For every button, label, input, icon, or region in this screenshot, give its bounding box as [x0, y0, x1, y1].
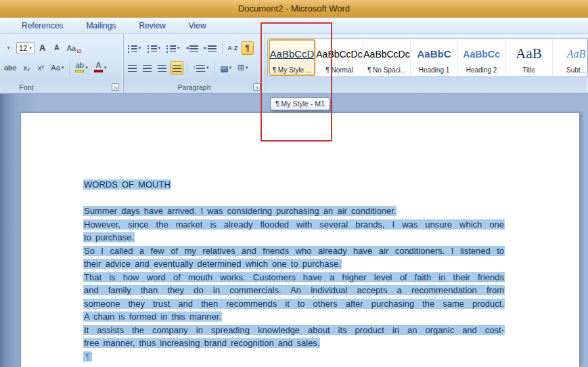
font-size-value: 12	[19, 44, 27, 52]
text-line[interactable]: So I called a few of my relatives and fr…	[83, 244, 505, 258]
style-item-heading2[interactable]: AaBbCc Heading 2	[458, 39, 505, 76]
strikethrough-button[interactable]: abe	[2, 61, 18, 74]
text-line[interactable]: to purchase.	[83, 231, 505, 244]
styles-gallery: AaBbCcD ¶ My Style ... AaBbCcDc ¶ Normal…	[267, 38, 588, 77]
title-bar[interactable]: Document2 - Microsoft Word	[0, 0, 588, 18]
separator	[69, 62, 70, 74]
increase-indent-button[interactable]: ▸	[202, 41, 219, 55]
paragraph-mark-icon[interactable]: ¶	[83, 351, 92, 362]
style-preview: AaBbCcD	[270, 41, 315, 66]
paragraph-group-label: Paragraph	[124, 83, 265, 91]
style-item-my-style[interactable]: AaBbCcD ¶ My Style ...	[269, 39, 316, 76]
superscript-button[interactable]: x²	[35, 61, 47, 74]
document-text[interactable]: WORDS OF MOUTH Summer days have arrived.…	[83, 178, 505, 363]
borders-button[interactable]: ⊞▾	[235, 61, 250, 74]
tooltip-text: ¶ My Style - M1	[275, 100, 325, 108]
indent-lines-icon	[189, 45, 198, 53]
shading-bucket-icon	[221, 66, 228, 72]
style-name: ¶ My Style ...	[273, 66, 312, 74]
text-line[interactable]: That is how word of mouth works. Custome…	[83, 271, 505, 284]
selected-text[interactable]: So I called a few of my relatives and fr…	[83, 246, 505, 256]
change-case-button[interactable]: Aa▾	[49, 61, 66, 74]
selected-text[interactable]: However, since the market is already flo…	[83, 219, 505, 230]
selected-text[interactable]: their advice and eventually determined w…	[83, 259, 342, 269]
paragraph-group: ▾ ▾ ▾ ◂ ▸ A↓Z ¶ ↕▾ ▾ ⊞▾ Paragraph	[124, 34, 265, 93]
selected-text[interactable]: free manner, thus increasing brand recog…	[83, 338, 320, 348]
align-center-button[interactable]	[141, 61, 154, 74]
bullet-list-icon	[128, 45, 137, 53]
superscript-icon: x²	[38, 63, 44, 72]
text-line[interactable]: Summer days have arrived. I was consider…	[83, 204, 505, 218]
font-color-button[interactable]: A ▾	[92, 61, 109, 74]
show-formatting-marks-button[interactable]: ¶	[242, 41, 254, 55]
align-right-icon	[158, 65, 166, 72]
chevron-down-icon: ▾	[229, 63, 232, 72]
tab-mailings[interactable]: Mailings	[83, 20, 118, 32]
line-spacing-icon: ↕	[193, 63, 196, 72]
spacing-lines-icon	[196, 65, 205, 72]
shading-button[interactable]: ▾	[219, 61, 234, 74]
text-line[interactable]: their advice and eventually determined w…	[83, 257, 505, 271]
numbering-button[interactable]: ▾	[145, 41, 163, 55]
style-item-no-spacing[interactable]: AaBbCcDc ¶ No Spaci...	[363, 39, 411, 76]
text-line[interactable]: free manner, thus increasing brand recog…	[83, 337, 505, 350]
bullets-button[interactable]: ▾	[126, 41, 143, 55]
text-line[interactable]: However, since the market is already flo…	[83, 218, 505, 232]
shrink-font-button[interactable]: A	[51, 41, 63, 55]
align-left-icon	[128, 65, 137, 72]
selected-text[interactable]: Summer days have arrived. I was consider…	[83, 206, 397, 216]
style-item-heading1[interactable]: AaBbC Heading 1	[411, 39, 458, 76]
style-preview: AaBbC	[417, 41, 451, 66]
text-line[interactable]: It assists the company in spreading know…	[83, 324, 505, 337]
sort-button[interactable]: A↓Z	[226, 41, 240, 55]
grow-font-button[interactable]: A	[37, 41, 49, 55]
blank-line[interactable]	[83, 192, 505, 205]
subscript-button[interactable]: x₂	[20, 61, 32, 74]
multilevel-list-button[interactable]: ▾	[164, 41, 182, 55]
document-page[interactable]: WORDS OF MOUTH Summer days have arrived.…	[20, 112, 580, 367]
style-preview: AaB	[567, 41, 586, 66]
text-line[interactable]: A chain is formed in this manner.	[83, 310, 505, 324]
tab-review[interactable]: Review	[136, 20, 168, 32]
style-item-subtitle[interactable]: AaB Subt...	[553, 39, 588, 76]
subscript-icon: x₂	[23, 63, 30, 72]
font-dialog-launcher-icon[interactable]	[112, 83, 119, 91]
tab-references[interactable]: References	[19, 20, 66, 32]
font-color-icon: A	[94, 62, 103, 72]
text-line[interactable]: someone they trust and then recommends i…	[83, 297, 505, 311]
style-name: Heading 2	[466, 66, 497, 74]
style-item-normal[interactable]: AaBbCcDc ¶ Normal	[316, 39, 363, 76]
document-heading-line[interactable]: WORDS OF MOUTH	[83, 178, 505, 192]
chevron-down-icon: ▾	[177, 43, 180, 53]
line-spacing-button[interactable]: ↕▾	[191, 61, 211, 74]
style-preview: AaBbCc	[463, 41, 499, 66]
selected-text[interactable]: someone they trust and then recommends i…	[83, 299, 505, 309]
selected-text[interactable]: WORDS OF MOUTH	[83, 179, 171, 190]
selected-text[interactable]: That is how word of mouth works. Custome…	[83, 272, 505, 282]
text-highlight-button[interactable]: ab ▾	[73, 61, 90, 74]
selected-text[interactable]: to purchase.	[83, 232, 135, 242]
numbered-list-icon	[148, 45, 157, 53]
font-name-dropdown[interactable]: ▾	[2, 41, 14, 55]
left-arrow-icon: ◂	[186, 43, 189, 53]
align-right-button[interactable]	[156, 61, 168, 74]
justify-button[interactable]	[171, 61, 183, 74]
paragraph-dialog-launcher-icon[interactable]	[253, 83, 261, 91]
selected-text[interactable]: A chain is formed in this manner.	[83, 311, 222, 322]
tab-view[interactable]: View	[186, 20, 209, 32]
selected-text[interactable]: and family than they do in commercials. …	[83, 285, 505, 295]
ribbon-tab-bar: References Mailings Review View	[0, 18, 588, 34]
font-size-combo[interactable]: 12 ▾	[16, 42, 35, 54]
chevron-down-icon: ▾	[158, 43, 161, 53]
clear-formatting-button[interactable]: Aa	[65, 41, 83, 55]
style-item-title[interactable]: AaB Title	[505, 39, 553, 76]
align-left-button[interactable]	[126, 61, 139, 74]
selected-text[interactable]: It assists the company in spreading know…	[83, 325, 505, 335]
styles-group: AaBbCcD ¶ My Style ... AaBbCcDc ¶ Normal…	[265, 34, 588, 93]
decrease-indent-button[interactable]: ◂	[184, 41, 200, 55]
style-preview: AaBbCcDc	[363, 41, 409, 66]
window-title: Document2 - Microsoft Word	[238, 3, 350, 14]
highlight-icon: ab	[75, 62, 84, 72]
text-line[interactable]: and family than they do in commercials. …	[83, 284, 505, 297]
paragraph-mark-line[interactable]: ¶	[83, 350, 505, 364]
